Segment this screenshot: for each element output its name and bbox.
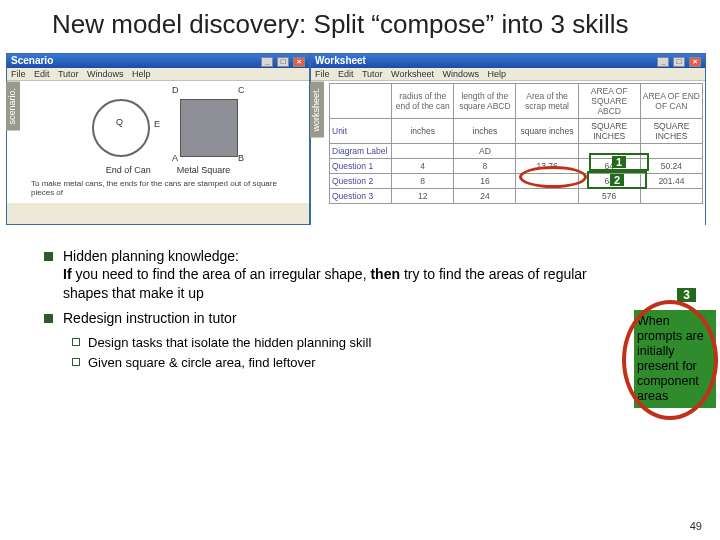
menu-tutor[interactable]: Tutor [362,69,383,79]
label-c: C [238,85,245,95]
col-hdr: AREA OF SQUARE ABCD [578,83,640,118]
bullet-icon [44,252,53,261]
row-hdr: Diagram Label [330,143,392,158]
cell: 4 [392,158,454,173]
cell: 8 [392,173,454,188]
bullet-1-line1: Hidden planning knowledge: [63,248,239,264]
menu-worksheet[interactable]: Worksheet [391,69,434,79]
slide-title: New model discovery: Split “compose” int… [0,0,720,53]
cell: AD [454,143,516,158]
cell: SQUARE INCHES [578,118,640,143]
menu-tutor[interactable]: Tutor [58,69,79,79]
table-row: Question 3 12 24 576 [330,188,703,203]
menu-edit[interactable]: Edit [338,69,354,79]
menu-edit[interactable]: Edit [34,69,50,79]
sidebar-tab-scenario: scenario. [6,82,20,131]
cell: 50.24 [640,158,702,173]
highlight-oval-scrap [519,166,587,188]
bullet-area: Hidden planning knowledge: If you need t… [0,225,720,372]
sub-bullet-icon [72,338,80,346]
close-icon[interactable]: × [293,57,305,67]
cell: 576 [578,188,640,203]
bullet-2-text: Redesign instruction in tutor [63,309,237,328]
scenario-body: E Q D C A B End of Can Metal Square To m… [7,81,309,203]
row-hdr: Question 2 [330,173,392,188]
window-scenario: scenario. Scenario _ □ × File Edit Tutor… [6,53,310,225]
square-shape [180,99,238,157]
menu-help[interactable]: Help [487,69,506,79]
col-hdr: AREA OF END OF CAN [640,83,702,118]
diagram: E Q D C A B [11,85,305,161]
cell: 201.44 [640,173,702,188]
callout-1: 1 [589,153,649,171]
sub-bullets: Design tasks that isolate the hidden pla… [44,334,600,371]
menu-windows[interactable]: Windows [442,69,479,79]
cell: square inches [516,118,578,143]
sub-bullet-2: Given square & circle area, find leftove… [72,354,600,372]
circle-shape [92,99,150,157]
sub-bullet-1-text: Design tasks that isolate the hidden pla… [88,334,371,352]
maximize-icon[interactable]: □ [673,57,685,67]
window-buttons: _ □ × [656,55,701,67]
page-number: 49 [690,520,702,532]
titlebar-text: Scenario [11,55,53,66]
col-hdr: radius of the end of the can [392,83,454,118]
label-q: Q [116,117,123,127]
callout-3: 3 [677,288,696,302]
label-b: B [238,153,244,163]
label-metal-square: Metal Square [177,165,231,175]
then-bold: then [370,266,400,282]
sidebar-tab-worksheet: worksheet. [310,82,324,138]
cell: 8 [454,158,516,173]
cell [640,188,702,203]
cell: 16 [454,173,516,188]
row-hdr: Unit [330,118,392,143]
cell: SQUARE INCHES [640,118,702,143]
menu-help[interactable]: Help [132,69,151,79]
sub-bullet-1: Design tasks that isolate the hidden pla… [72,334,600,352]
callout-2: 2 [587,171,647,189]
titlebar-scenario: Scenario _ □ × [7,54,309,68]
close-icon[interactable]: × [689,57,701,67]
cell: inches [392,118,454,143]
titlebar-text: Worksheet [315,55,366,66]
label-e: E [154,119,160,129]
minimize-icon[interactable]: _ [657,57,669,67]
cell [640,143,702,158]
if-bold: If [63,266,72,282]
table-row: Unit inches inches square inches SQUARE … [330,118,703,143]
window-worksheet: worksheet. Worksheet _ □ × File Edit Tut… [310,53,706,225]
row-hdr: Question 3 [330,188,392,203]
cell: inches [454,118,516,143]
label-a: A [172,153,178,163]
label-end-of-can: End of Can [106,165,151,175]
menu-file[interactable]: File [11,69,26,79]
minimize-icon[interactable]: _ [261,57,273,67]
bullet-icon [44,314,53,323]
highlight-oval-greenbox [622,300,718,420]
cell: 24 [454,188,516,203]
cell [392,143,454,158]
row-hdr: Question 1 [330,158,392,173]
menubar-scenario: File Edit Tutor Windows Help [7,68,309,81]
col-hdr: length of the square ABCD [454,83,516,118]
cell [516,143,578,158]
menu-windows[interactable]: Windows [87,69,124,79]
maximize-icon[interactable]: □ [277,57,289,67]
app-screenshots: scenario. Scenario _ □ × File Edit Tutor… [0,53,720,225]
sub-bullet-icon [72,358,80,366]
cell: 12 [392,188,454,203]
col-hdr: Area of the scrap metal [516,83,578,118]
label-d: D [172,85,179,95]
menu-file[interactable]: File [315,69,330,79]
bullet-1: Hidden planning knowledge: If you need t… [44,247,600,304]
col-hdr [330,83,392,118]
bullet-1-line2: you need to find the area of an irregula… [75,266,370,282]
scenario-caption: To make metal cans, the ends for the can… [11,177,305,199]
bullet-2: Redesign instruction in tutor [44,309,600,328]
window-buttons: _ □ × [260,55,305,67]
titlebar-worksheet: Worksheet _ □ × [311,54,705,68]
sub-bullet-2-text: Given square & circle area, find leftove… [88,354,316,372]
table-row: radius of the end of the can length of t… [330,83,703,118]
cell [516,188,578,203]
